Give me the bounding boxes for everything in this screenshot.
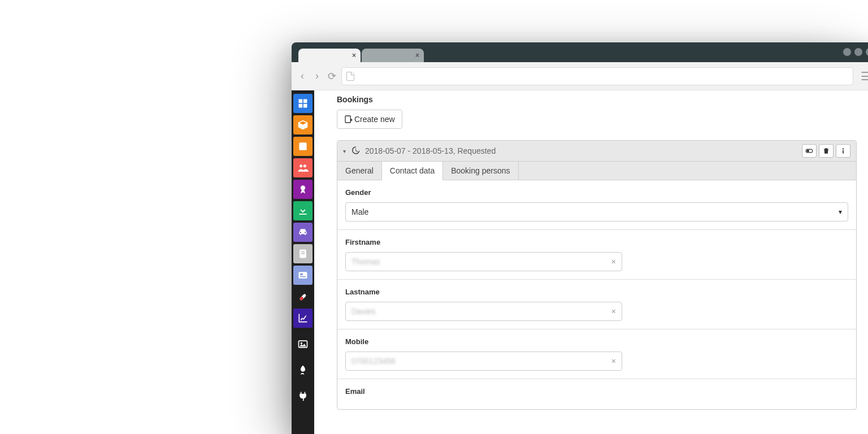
svg-point-17 [301, 342, 302, 344]
svg-point-20 [806, 150, 809, 153]
toggle-button[interactable] [802, 144, 817, 158]
sidebar-item-packages[interactable] [293, 115, 313, 134]
svg-point-6 [303, 164, 306, 167]
mobile-input[interactable] [351, 357, 610, 366]
sidebar-item-awards[interactable] [293, 180, 313, 199]
lastname-label: Lastname [345, 288, 848, 296]
pill-icon [297, 291, 309, 302]
booking-header-text: 2018-05-07 - 2018-05-13, Requested [365, 146, 496, 155]
sidebar-item-transport[interactable] [293, 223, 313, 242]
titlebar: × × [292, 42, 868, 62]
news-icon [297, 270, 309, 281]
form-gender: Gender Male ▾ [337, 180, 856, 230]
browser-tab-inactive[interactable]: × [362, 49, 424, 62]
panel-actions [802, 144, 850, 158]
create-new-button[interactable]: Create new [337, 110, 402, 129]
grid-icon [297, 98, 309, 109]
toggle-icon [805, 147, 813, 155]
svg-rect-1 [303, 99, 307, 103]
chevron-down-icon: ▾ [839, 208, 842, 216]
svg-point-21 [843, 148, 844, 149]
sidebar-item-plugins[interactable] [293, 387, 313, 406]
form-mobile: Mobile × [337, 329, 856, 379]
svg-rect-10 [301, 253, 305, 254]
form-email: Email [337, 379, 856, 409]
info-icon [839, 147, 847, 155]
firstname-label: Firstname [345, 238, 848, 246]
svg-rect-2 [299, 104, 303, 108]
svg-rect-9 [301, 251, 305, 253]
svg-point-7 [301, 185, 305, 190]
sidebar-item-map[interactable] [293, 137, 313, 156]
gender-value: Male [351, 207, 368, 216]
browser-tab-active[interactable]: × [298, 49, 361, 62]
image-icon [297, 338, 309, 350]
url-bar: ‹ › ⟳ ☰ [292, 62, 868, 90]
email-label: Email [345, 387, 848, 396]
rocket-icon [297, 364, 309, 376]
tab-booking-persons[interactable]: Booking persons [443, 162, 518, 180]
sidebar-item-people[interactable] [293, 158, 313, 177]
window-dot[interactable] [843, 48, 851, 56]
window-dot[interactable] [866, 48, 868, 56]
booking-panel: ▾ 2018-05-07 - 2018-05-13, Requested [337, 140, 857, 410]
tab-close-icon[interactable]: × [352, 51, 356, 59]
svg-rect-13 [300, 276, 306, 277]
gender-select[interactable]: Male ▾ [345, 202, 848, 222]
box-icon [297, 119, 309, 131]
address-input[interactable] [341, 67, 853, 85]
download-icon [297, 205, 309, 216]
tab-contact-data[interactable]: Contact data [382, 162, 443, 180]
sidebar-item-launch[interactable] [293, 361, 313, 380]
tab-close-icon[interactable]: × [415, 51, 419, 59]
nav-back-icon[interactable]: ‹ [297, 70, 307, 82]
firstname-input-wrap: × [345, 252, 622, 271]
booking-panel-header[interactable]: ▾ 2018-05-07 - 2018-05-13, Requested [337, 141, 856, 161]
clear-input-icon[interactable]: × [610, 257, 617, 266]
sidebar-item-analytics[interactable] [293, 309, 313, 328]
firstname-input[interactable] [351, 257, 610, 266]
svg-rect-4 [299, 142, 306, 150]
info-button[interactable] [836, 144, 850, 158]
chart-icon [297, 313, 309, 324]
form-lastname: Lastname × [337, 280, 856, 329]
page-icon [346, 72, 354, 81]
sidebar-item-download[interactable] [293, 201, 313, 220]
create-icon [344, 115, 353, 124]
sidebar-item-notes[interactable] [293, 244, 313, 263]
create-new-label: Create new [354, 115, 395, 124]
svg-rect-12 [300, 274, 303, 275]
lastname-input-wrap: × [345, 302, 622, 321]
tab-general[interactable]: General [337, 162, 382, 180]
lastname-input[interactable] [351, 307, 610, 316]
svg-point-5 [300, 164, 302, 167]
people-icon [297, 162, 309, 173]
delete-button[interactable] [819, 144, 834, 158]
page: Bookings Create new ▾ 2018-05-07 - 2018-… [292, 90, 868, 434]
car-icon [297, 227, 309, 238]
app-sidebar [292, 90, 314, 434]
plug-icon [297, 390, 309, 402]
history-clock-icon [350, 145, 361, 157]
browser-window: × × ‹ › ⟳ ☰ [292, 42, 868, 434]
sidebar-item-dashboard[interactable] [293, 94, 313, 113]
main-content: Bookings Create new ▾ 2018-05-07 - 2018-… [314, 90, 868, 434]
caret-down-icon: ▾ [343, 148, 346, 154]
svg-rect-0 [299, 99, 303, 103]
nav-forward-icon[interactable]: › [312, 70, 322, 82]
mobile-input-wrap: × [345, 351, 622, 371]
clear-input-icon[interactable]: × [610, 357, 617, 366]
svg-rect-18 [345, 116, 350, 123]
sidebar-item-health[interactable] [293, 287, 313, 306]
browser-menu-icon[interactable]: ☰ [858, 70, 868, 83]
sidebar-item-images[interactable] [293, 335, 313, 354]
compass-icon [297, 141, 309, 152]
svg-rect-3 [303, 104, 307, 108]
sidebar-item-news[interactable] [293, 266, 313, 285]
note-icon [297, 248, 309, 259]
window-controls [843, 48, 868, 56]
window-dot[interactable] [854, 48, 862, 56]
trash-icon [822, 147, 830, 155]
nav-reload-icon[interactable]: ⟳ [327, 70, 337, 83]
clear-input-icon[interactable]: × [610, 307, 617, 316]
